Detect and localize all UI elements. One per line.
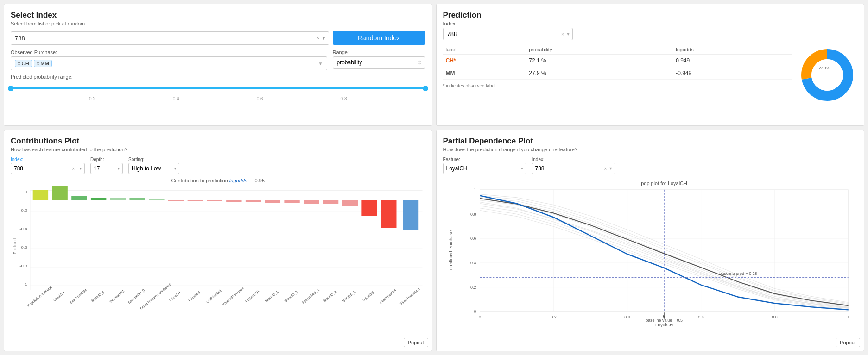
select-index-panel: Select Index Select from list or pick at… <box>4 4 432 126</box>
bar-label-storeid2: StoreID_2 <box>322 290 337 303</box>
tag-mm-label: MM <box>41 61 49 66</box>
pred-label-ch: CH* <box>443 55 526 67</box>
pred-index-input[interactable] <box>443 28 573 40</box>
tag-input[interactable]: × CH × MM ▼ <box>11 56 327 70</box>
bar-label-pricemm: PriceMM <box>187 291 201 302</box>
bar-finalpred <box>403 200 418 230</box>
contrib-index-clear[interactable]: × <box>72 166 75 171</box>
index-clear-btn[interactable]: × <box>316 35 319 41</box>
pred-note: * indicates observed label <box>443 83 793 88</box>
pdp-x-axis-label: LoyalCH <box>655 322 673 327</box>
contrib-chart-title: Contribution to prediction logodds = -0.… <box>11 178 425 183</box>
contributions-popout-btn[interactable]: Popout <box>404 338 428 347</box>
svg-text:-0.6: -0.6 <box>19 245 27 249</box>
contributions-title: Contributions Plot <box>11 137 425 146</box>
bar-label-weekofpurchase: WeekofPurchase <box>221 286 245 306</box>
bar-label-loyalch: LoyalCH <box>52 291 65 302</box>
slider-thumb-left[interactable] <box>8 86 13 91</box>
bar-label-pctdiscmm: PctDiscMM <box>108 289 126 304</box>
pdp-feature-wrapper: LoyalCH <box>443 163 526 174</box>
contrib-logodds-word: logodds <box>229 178 247 183</box>
pdp-index-arrow: ▼ <box>609 166 613 171</box>
contrib-index-group: Index: × <box>11 157 85 174</box>
slider-thumb-right[interactable] <box>423 86 428 91</box>
bar-pricemm <box>188 200 203 201</box>
pdp-feature-group: Feature: LoyalCH <box>443 157 526 174</box>
pdp-baseline-pred-label: baseline pred = 0.28 <box>719 271 757 276</box>
slider-tick-04: 0.4 <box>173 96 179 101</box>
index-select-wrapper: × ▼ <box>11 31 329 45</box>
slider-container[interactable] <box>11 81 425 95</box>
pdp-index-label: Index: <box>532 157 615 162</box>
pred-logodds-mm: -0.949 <box>673 67 792 80</box>
bar-label-other: Other features combined <box>139 282 172 310</box>
pdp-index-wrapper: × ▼ <box>532 163 615 174</box>
pred-table: label probability logodds CH* 72.1 % 0.9… <box>443 45 793 88</box>
pdp-feature-select[interactable]: LoyalCH <box>443 163 526 174</box>
pred-col-label: label <box>443 45 526 55</box>
svg-text:0.4: 0.4 <box>624 315 630 319</box>
pdp-index-input[interactable] <box>532 163 615 174</box>
pdp-controls: Feature: LoyalCH Index: × ▼ <box>443 157 858 174</box>
pdp-index-clear[interactable]: × <box>604 166 607 171</box>
bar-other <box>149 199 164 200</box>
bar-label-storeid4: StoreID_4 <box>90 290 106 303</box>
contributions-chart: 0 -0.2 -0.4 -0.6 -0.8 -1 <box>11 186 425 316</box>
bar-label-salepricech: SalePriceCH <box>379 288 398 304</box>
pred-layout: label probability logodds CH* 72.1 % 0.9… <box>443 45 858 105</box>
random-index-button[interactable]: Random Index <box>333 31 425 45</box>
svg-text:-0.2: -0.2 <box>19 208 27 212</box>
pdp-chart-title: pdp plot for LoyalCH <box>641 181 687 186</box>
contributions-panel: Contributions Plot How has each feature … <box>4 130 432 351</box>
svg-text:0.6: 0.6 <box>698 315 703 319</box>
tag-mm: × MM <box>34 60 52 67</box>
index-arrow-icon: ▼ <box>322 36 326 41</box>
pdp-y-axis-label: Predicted Purchase <box>448 230 453 270</box>
index-input[interactable] <box>11 31 329 45</box>
bar-label-pop-avg: Population average <box>26 285 53 307</box>
donut-center <box>811 59 843 91</box>
bar-label-pricech: PriceCH <box>168 291 182 302</box>
pdp-index-group: Index: × ▼ <box>532 157 615 174</box>
bar-store0 <box>342 200 358 206</box>
contrib-depth-wrapper: 17 <box>90 163 123 174</box>
contributions-subtitle: How has each feature contributed to the … <box>11 147 425 152</box>
bar-label-storeid1: StoreID_1 <box>264 290 279 303</box>
contributions-svg: 0 -0.2 -0.4 -0.6 -0.8 -1 <box>11 186 425 316</box>
svg-text:0.2: 0.2 <box>551 315 556 319</box>
slider-fill <box>11 87 425 89</box>
pred-index-wrapper: × ▼ <box>443 28 573 40</box>
contrib-depth-select[interactable]: 17 <box>90 163 123 174</box>
tag-ch-remove[interactable]: × <box>18 61 20 66</box>
select-index-subtitle: Select from list or pick at random <box>11 21 425 26</box>
contrib-depth-label: Depth: <box>90 157 123 162</box>
bar-storeid3 <box>284 200 299 203</box>
svg-text:0.8: 0.8 <box>470 212 476 217</box>
tag-mm-remove[interactable]: × <box>37 61 39 66</box>
observed-purchase-label: Observed Purchase: <box>11 50 327 55</box>
svg-text:1: 1 <box>847 315 849 319</box>
bar-label-specialmm1: SpecialMM_1 <box>301 288 321 305</box>
slider-track <box>11 87 425 89</box>
svg-text:-0.8: -0.8 <box>19 264 27 268</box>
bar-storeid4 <box>91 198 106 200</box>
index-controls-row: × ▼ Random Index <box>11 31 425 45</box>
bar-saleprMM <box>71 196 87 200</box>
bar-label-specialch0: SpecialCH_0 <box>127 288 146 305</box>
pdp-popout-btn[interactable]: Popout <box>836 338 860 347</box>
svg-text:0: 0 <box>474 309 476 314</box>
svg-text:0: 0 <box>479 315 481 319</box>
range-field: Range: probability logodds <box>333 50 425 69</box>
pred-prob-mm: 27.9 % <box>526 67 673 80</box>
contrib-depth-group: Depth: 17 <box>90 157 123 174</box>
contrib-index-wrapper: × <box>11 163 85 174</box>
tag-input-arrow: ▼ <box>318 61 323 66</box>
pred-label-mm: MM <box>443 67 526 80</box>
svg-text:0.4: 0.4 <box>470 261 476 265</box>
pred-index-clear[interactable]: × <box>561 31 564 37</box>
slider-tick-02: 0.2 <box>89 96 95 101</box>
bar-label-storeid3: StoreID_3 <box>283 290 298 303</box>
contrib-sorting-select[interactable]: High to Low Low to High <box>128 163 179 174</box>
range-select[interactable]: probability logodds <box>333 56 425 69</box>
pdp-subtitle: How does the prediction change if you ch… <box>443 147 858 152</box>
